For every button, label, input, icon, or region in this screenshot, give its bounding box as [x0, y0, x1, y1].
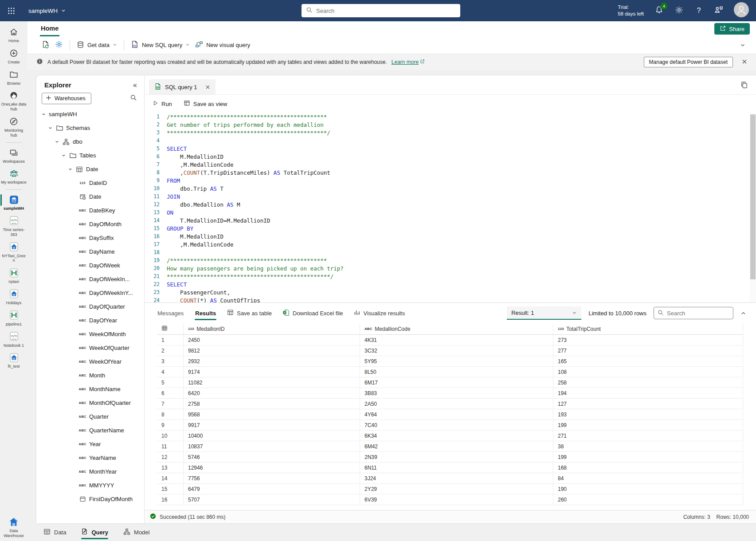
tab-home[interactable]: Home: [40, 21, 59, 36]
results-search-input[interactable]: [667, 310, 729, 317]
add-warehouses-button[interactable]: Warehouses: [42, 93, 91, 104]
tree-item-firstdayofmonth[interactable]: FirstDayOfMonth: [36, 492, 144, 506]
table-row[interactable]: 10104006K34271: [157, 431, 743, 441]
tree-item-weekofmonth[interactable]: ABCWeekOfMonth: [36, 327, 144, 341]
tab-query[interactable]: Query: [81, 523, 108, 541]
rail-item-monitoring-hub[interactable]: Monitoring hub: [0, 116, 27, 138]
new-visual-query-button[interactable]: New visual query: [192, 38, 253, 52]
collapse-panel-icon[interactable]: «: [133, 82, 137, 89]
tree-item-datebkey[interactable]: ABCDateBKey: [36, 204, 144, 217]
tree-item-tables[interactable]: Tables: [36, 149, 144, 162]
table-row[interactable]: 11108376M4238: [157, 441, 743, 452]
download-excel-button[interactable]: X Download Excel file: [282, 309, 343, 318]
query-tab[interactable]: SQL SQL query 1: [149, 79, 215, 94]
rail-item-samplewh[interactable]: sampleWH: [0, 194, 27, 211]
rail-item-nytaxi[interactable]: nytaxi: [0, 267, 27, 284]
get-data-button[interactable]: Get data: [74, 39, 120, 52]
table-row[interactable]: 999177C40199: [157, 420, 743, 431]
table-row[interactable]: 727582A50127: [157, 399, 743, 409]
rail-item-workspaces[interactable]: Workspaces: [0, 147, 27, 164]
rail-item-pipeline1[interactable]: pipeline1: [0, 310, 27, 327]
tree-item-yearname[interactable]: ABCYearName: [36, 451, 144, 465]
tree-item-samplewh[interactable]: sampleWH: [36, 107, 144, 121]
tree-item-dayofyear[interactable]: ABCDayOfYear: [36, 314, 144, 327]
account-button[interactable]: [734, 2, 749, 19]
result-selector-dropdown[interactable]: Result: 1: [507, 306, 581, 320]
tree-item-monthofquarter[interactable]: ABCMonthOfQuarter: [36, 396, 144, 410]
scrollbar-thumb[interactable]: [750, 114, 756, 279]
tab-messages[interactable]: Messages: [157, 308, 184, 319]
tree-item-dayofweekin-[interactable]: ABCDayOfWeekIn...: [36, 272, 144, 286]
table-row[interactable]: 1477563J2484: [157, 473, 743, 484]
rail-item-create[interactable]: Create: [0, 48, 27, 65]
manage-dataset-button[interactable]: Manage default Power BI dataset: [644, 57, 733, 67]
tree-item-date[interactable]: Date: [36, 190, 144, 204]
table-row[interactable]: 1564792Y29190: [157, 484, 743, 494]
tree-item-mmyyyy[interactable]: ABCMMYYYY: [36, 478, 144, 492]
tree-item-quartername[interactable]: ABCQuarterName: [36, 423, 144, 437]
column-header-totaltripcount[interactable]: 123 TotalTripCount: [553, 323, 743, 334]
chevron-down-icon[interactable]: [54, 139, 59, 144]
rail-item-home[interactable]: Home: [0, 27, 27, 43]
chevron-down-icon[interactable]: [47, 125, 53, 130]
column-header-medallioncode[interactable]: ABC MedallionCode: [360, 323, 553, 334]
table-row[interactable]: 1657076V39260: [157, 494, 743, 505]
table-row[interactable]: 664203B83194: [157, 388, 743, 399]
sql-code-editor[interactable]: 1/**************************************…: [145, 113, 749, 303]
global-search[interactable]: [302, 4, 460, 17]
table-row[interactable]: 298123C32277: [157, 345, 743, 356]
rail-item-browse[interactable]: Browse: [0, 69, 27, 86]
tree-item-month[interactable]: ABCMonth: [36, 369, 144, 382]
tab-data[interactable]: Data: [43, 523, 66, 541]
feedback-button[interactable]: [714, 5, 724, 16]
explorer-search-icon[interactable]: [130, 94, 137, 103]
table-row[interactable]: 491748L50108: [157, 367, 743, 377]
save-as-view-button[interactable]: Save as view: [184, 100, 227, 108]
row-number-header[interactable]: [157, 323, 184, 334]
banner-close-icon[interactable]: [742, 59, 747, 66]
save-as-table-button[interactable]: Save as table: [227, 309, 272, 317]
tree-item-monthname[interactable]: ABCMonthName: [36, 382, 144, 396]
tree-item-dayname[interactable]: ABCDayName: [36, 245, 144, 259]
tree-item-weekofyear[interactable]: ABCWeekOfYear: [36, 355, 144, 369]
rail-item-nytaxi-green[interactable]: NYTaxi_Green: [0, 242, 27, 263]
tab-results[interactable]: Results: [195, 308, 216, 319]
chevron-down-icon[interactable]: [41, 112, 46, 117]
rail-item-data-warehouse[interactable]: Data Warehouse: [0, 517, 27, 538]
tab-model[interactable]: Model: [123, 523, 149, 541]
tree-item-weekofquarter[interactable]: ABCWeekOfQuarter: [36, 341, 144, 355]
new-query-shortcut-button[interactable]: [39, 38, 52, 52]
rail-item-my-workspace[interactable]: My workspace: [0, 168, 27, 185]
results-search[interactable]: [654, 307, 733, 319]
visualize-results-button[interactable]: Visualize results: [353, 309, 405, 317]
tree-item-year[interactable]: ABCYear: [36, 437, 144, 451]
ribbon-collapse-button[interactable]: [740, 43, 745, 48]
run-button[interactable]: Run: [153, 100, 172, 107]
rail-item-time-series-363[interactable]: </>Time series-363: [0, 216, 27, 237]
tree-item-date[interactable]: Date: [36, 162, 144, 176]
table-row[interactable]: 5110826M17258: [157, 377, 743, 388]
collapse-results-icon[interactable]: [740, 310, 746, 316]
learn-more-link[interactable]: Learn more: [392, 59, 425, 65]
ribbon-settings-button[interactable]: [52, 38, 66, 52]
share-button[interactable]: Share: [714, 23, 750, 35]
tree-item-dayofmonth[interactable]: ABCDayOfMonth: [36, 217, 144, 231]
global-search-input[interactable]: [316, 8, 456, 14]
close-tab-icon[interactable]: [205, 85, 210, 90]
tree-item-daysuffix[interactable]: ABCDaySuffix: [36, 231, 144, 245]
tree-item-schemas[interactable]: Schemas: [36, 121, 144, 135]
tree-item-dayofquarter[interactable]: ABCDayOfQuarter: [36, 300, 144, 314]
tree-item-dayofweekiny-[interactable]: ABCDayOfWeekInY...: [36, 286, 144, 300]
tree-item-dayofweek[interactable]: ABCDayOfWeek: [36, 259, 144, 272]
tree-item-monthyear[interactable]: ABCMonthYear: [36, 465, 144, 478]
table-row[interactable]: 329325Y95165: [157, 356, 743, 367]
tree-item-dbo[interactable]: dbo: [36, 135, 144, 149]
notifications-button[interactable]: 4: [654, 6, 664, 16]
chevron-down-icon[interactable]: [61, 153, 66, 158]
table-row[interactable]: 124504K31273: [157, 335, 743, 345]
workspace-switcher[interactable]: sampleWH: [28, 8, 66, 14]
chevron-down-icon[interactable]: [67, 167, 73, 172]
rail-item-holidays[interactable]: Holidays: [0, 289, 27, 306]
table-row[interactable]: 895684Y64193: [157, 409, 743, 420]
copy-icon[interactable]: [740, 81, 748, 89]
